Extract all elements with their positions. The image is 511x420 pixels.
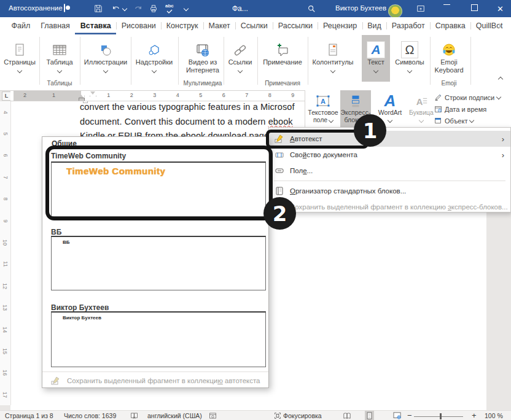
ruler-number-cell: 6 [0,145,10,166]
ribbon-tab[interactable]: Рисовани [116,17,161,34]
ruler-number: 5 [189,92,213,98]
read-mode-icon[interactable] [343,412,351,419]
date-time-button[interactable]: Дата и время [434,103,510,115]
annotation-outline-step2 [45,146,273,220]
zoom-in-button[interactable]: + [472,411,477,420]
zoom-level[interactable]: 100 % [485,412,503,419]
ribbon-tab[interactable]: Главная [36,17,76,34]
online-video-icon [182,35,224,58]
ribbon-display-options-icon[interactable] [416,4,425,13]
wordart-icon: A [373,90,407,109]
ribbon-tab[interactable]: Ссылки [235,17,273,34]
undo-icon[interactable] [112,4,120,13]
misspelled-word: ebook [268,117,293,126]
zoom-out-button[interactable]: − [407,411,412,420]
autosave-label: Автосохранение [9,4,63,12]
ribbon-tab[interactable]: Справка [430,17,470,34]
left-indent-marker[interactable] [79,98,85,101]
ribbon: Страницы Таблица Иллюстрации Надстройки … [0,34,511,91]
ribbon-tab[interactable]: Макет [203,17,235,34]
autosave-toggle[interactable] [64,4,65,12]
gallery-entry-title[interactable]: ВБ [51,228,61,236]
avatar[interactable] [388,4,402,18]
emoji-keyboard-button[interactable]: Emoji Keyboard [429,35,469,82]
quick-parts-icon [340,90,371,109]
annotation-outline-step1 [266,130,369,149]
page-indicator[interactable]: Страница 1 из 8 [5,412,53,419]
ribbon-tab[interactable]: Вид [362,17,387,34]
ribbon-tabs: ФайлГлавнаяВставкаРисованиКонструкМакетС… [0,17,508,34]
ruler-number-cell: 5 [0,123,10,144]
ruler-numbers: 12345678910 [97,92,314,98]
recording-icon[interactable] [209,412,217,419]
symbols-button[interactable]: Ω Символы [392,35,427,82]
field-icon [275,166,284,176]
qat-customize-icon[interactable] [184,6,189,11]
ruler-number: 7 [235,92,259,98]
share-button[interactable]: Поделиться [508,20,511,32]
maximize-button[interactable] [471,4,478,11]
ribbon-tab[interactable]: Рассылки [273,17,318,34]
search-icon[interactable] [307,4,316,13]
textbox-button[interactable]: A Текстовое поле [306,90,340,127]
object-button[interactable]: Объект [434,115,510,126]
ribbon-tab[interactable]: Файл [6,17,36,34]
minimize-button[interactable] [443,4,450,5]
ribbon-tab[interactable]: Рецензир [318,17,362,34]
ruler-number-cell: 12 [0,275,10,297]
ruler-number-cell: 17 [0,384,10,405]
comment-icon [259,35,306,58]
ruler-number-cell: 10 [0,231,10,253]
spelling-icon[interactable]: abc [165,2,174,14]
illustrations-button[interactable]: Иллюстрации [82,35,130,82]
word-count[interactable]: Число слов: 1639 [64,412,116,419]
signature-line-button[interactable]: Строки подписи [434,91,510,103]
pages-icon [2,35,37,58]
text-icon: A [362,35,390,58]
save-to-autotext-gallery: Сохранить выделенный фрагмент в коллекци… [42,371,268,389]
zoom-slider-thumb[interactable] [440,413,442,419]
undo-dropdown-icon[interactable] [122,6,127,11]
user-name[interactable]: Виктор Бухтеев [335,4,386,12]
ribbon-tab[interactable]: Вставка [75,17,116,34]
zoom-slider-track[interactable] [414,416,463,417]
ruler-number: 6 [213,92,236,98]
print-icon[interactable] [149,4,158,13]
gallery-entry-viktor[interactable]: Виктор Бухтеев [51,311,266,367]
gallery-entry-title[interactable]: Виктор Бухтеев [51,303,109,312]
menu-item-field[interactable]: Поле... [269,163,510,179]
ruler-number-cell: 15 [0,340,10,362]
tab-selector[interactable]: L [2,91,11,101]
gallery-entry-vb[interactable]: ВБ [51,236,266,290]
ruler-number-cell: 14 [0,319,10,340]
text-button[interactable]: A Текст [362,35,390,82]
pages-button[interactable]: Страницы [2,35,37,82]
online-video-button[interactable]: Видео из Интернета [182,35,224,82]
comment-button[interactable]: Примечание [259,35,306,82]
first-line-indent-marker[interactable] [90,91,95,95]
menu-item-building-blocks-organizer[interactable]: Организатор стандартных блоков... [269,183,510,199]
ribbon-tab[interactable]: Конструк [161,17,203,34]
ribbon-tab[interactable]: QuillBot [470,17,508,34]
horizontal-ruler[interactable]: 2 1 12345678910 [10,91,314,101]
group-label-comments: Примечания [259,80,306,87]
focus-mode[interactable]: Фокусировка [283,412,322,419]
links-button[interactable]: Ссылки [225,35,256,82]
ruler-number: 8 [259,92,282,98]
focus-icon[interactable] [274,412,281,419]
document-property-icon [275,150,284,160]
print-layout-icon[interactable] [366,412,373,419]
language-indicator[interactable]: английский (США) [147,412,202,419]
vertical-ruler[interactable]: 4567891011121314151617 [0,101,11,405]
save-icon[interactable] [94,4,103,13]
proofing-status-icon[interactable] [130,412,138,419]
ribbon-tab[interactable]: Разработ [386,17,430,34]
ruler-number-cell: 16 [0,362,10,384]
collapse-ribbon-icon[interactable] [498,77,503,82]
web-layout-icon[interactable] [393,412,402,419]
addins-button[interactable]: Надстройки [131,35,177,82]
menu-item-document-property[interactable]: Свойство документа › [269,147,510,163]
table-button[interactable]: Таблица [43,35,76,82]
header-footer-button[interactable]: Колонтитулы [308,35,357,82]
close-button[interactable]: ✕ [497,4,504,14]
